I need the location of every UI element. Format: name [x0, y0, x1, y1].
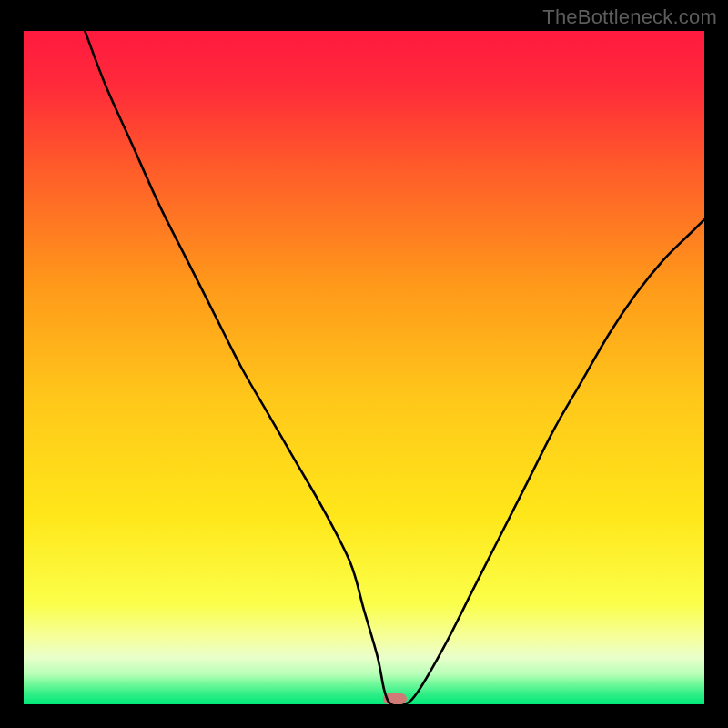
curve-path [85, 31, 704, 704]
plot-area [24, 31, 704, 704]
bottleneck-curve [24, 31, 704, 704]
watermark-text: TheBottleneck.com [542, 5, 717, 29]
chart-frame: TheBottleneck.com [0, 0, 728, 728]
